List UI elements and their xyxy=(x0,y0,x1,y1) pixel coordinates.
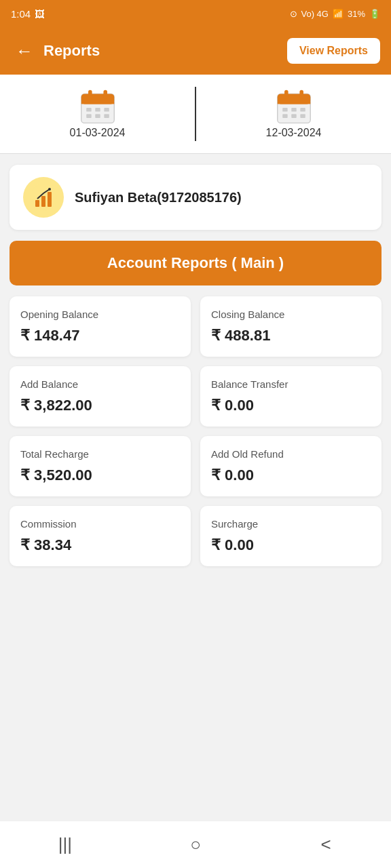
stat-label: Closing Balance xyxy=(211,309,371,320)
stat-card: Balance Transfer₹ 0.00 xyxy=(200,366,381,427)
stat-value: ₹ 148.47 xyxy=(20,327,180,344)
stat-value: ₹ 3,520.00 xyxy=(20,467,180,484)
svg-rect-3 xyxy=(88,90,92,99)
user-name: Sufiyan Beta(9172085176) xyxy=(75,190,242,205)
stat-card: Add Old Refund₹ 0.00 xyxy=(200,436,381,496)
svg-rect-2 xyxy=(81,102,114,104)
svg-rect-5 xyxy=(86,108,91,112)
stat-label: Commission xyxy=(20,518,180,530)
page-title: Reports xyxy=(43,42,287,60)
stat-label: Total Recharge xyxy=(20,448,180,460)
stat-card: Add Balance₹ 3,822.00 xyxy=(10,366,191,427)
nav-bar: ← Reports View Reports xyxy=(0,27,391,75)
svg-rect-6 xyxy=(95,108,100,112)
svg-rect-8 xyxy=(86,114,91,118)
stat-label: Balance Transfer xyxy=(211,378,371,390)
svg-rect-24 xyxy=(41,196,45,207)
date-section: 01-03-2024 12-03-2024 xyxy=(0,75,391,154)
nav-home-icon[interactable]: ○ xyxy=(179,828,212,862)
svg-rect-14 xyxy=(284,90,288,99)
stats-grid: Opening Balance₹ 148.47Closing Balance₹ … xyxy=(0,296,391,566)
status-bar: 1:04 🖼 ⊙ Vo) 4G 📶 31% 🔋 xyxy=(0,0,391,27)
status-battery: 31% xyxy=(348,9,365,19)
back-button[interactable]: ← xyxy=(11,37,38,64)
stat-card: Commission₹ 38.34 xyxy=(10,506,191,566)
stat-label: Add Balance xyxy=(20,378,180,390)
stat-card: Closing Balance₹ 488.81 xyxy=(200,296,381,357)
svg-point-26 xyxy=(48,188,51,191)
start-date-picker[interactable]: 01-03-2024 xyxy=(14,89,181,139)
svg-rect-18 xyxy=(300,108,305,112)
svg-rect-4 xyxy=(103,90,107,99)
status-photo-icon: 🖼 xyxy=(35,8,45,20)
bottom-nav: ||| ○ < xyxy=(0,821,391,868)
account-reports-header: Account Reports ( Main ) xyxy=(10,241,381,285)
status-battery-icon: 🔋 xyxy=(369,9,380,19)
stat-card: Total Recharge₹ 3,520.00 xyxy=(10,436,191,496)
stat-label: Surcharge xyxy=(211,518,371,530)
view-reports-button[interactable]: View Reports xyxy=(287,38,380,64)
svg-rect-21 xyxy=(300,114,305,118)
stat-value: ₹ 488.81 xyxy=(211,327,371,344)
svg-rect-25 xyxy=(48,192,52,207)
svg-rect-9 xyxy=(95,114,100,118)
stat-label: Opening Balance xyxy=(20,309,180,320)
svg-rect-19 xyxy=(282,114,287,118)
svg-rect-15 xyxy=(299,90,303,99)
svg-rect-13 xyxy=(277,102,310,104)
status-time: 1:04 xyxy=(11,8,31,20)
stat-value: ₹ 0.00 xyxy=(211,536,371,554)
end-date-label: 12-03-2024 xyxy=(266,127,322,139)
user-card: Sufiyan Beta(9172085176) xyxy=(10,165,381,230)
svg-rect-20 xyxy=(291,114,296,118)
svg-rect-7 xyxy=(104,108,109,112)
end-date-picker[interactable]: 12-03-2024 xyxy=(210,89,377,139)
svg-rect-16 xyxy=(282,108,287,112)
stat-card: Opening Balance₹ 148.47 xyxy=(10,296,191,357)
end-calendar-icon xyxy=(275,89,313,127)
svg-rect-23 xyxy=(35,200,39,207)
stat-label: Add Old Refund xyxy=(211,448,371,460)
status-signal-icon: 📶 xyxy=(333,9,343,19)
start-calendar-icon xyxy=(79,89,117,127)
stat-value: ₹ 38.34 xyxy=(20,536,180,554)
stat-value: ₹ 0.00 xyxy=(211,397,371,414)
start-date-label: 01-03-2024 xyxy=(70,127,126,139)
status-time-area: 1:04 🖼 xyxy=(11,8,45,20)
stat-value: ₹ 3,822.00 xyxy=(20,397,180,414)
status-network: Vo) 4G xyxy=(301,9,329,19)
nav-back-icon[interactable]: < xyxy=(309,828,343,862)
stat-value: ₹ 0.00 xyxy=(211,467,371,484)
svg-rect-17 xyxy=(291,108,296,112)
account-reports-title: Account Reports ( Main ) xyxy=(23,254,368,272)
date-divider xyxy=(195,87,196,141)
status-right-area: ⊙ Vo) 4G 📶 31% 🔋 xyxy=(290,9,381,19)
user-avatar-icon xyxy=(30,184,57,211)
avatar xyxy=(23,177,64,218)
status-hotspot-icon: ⊙ xyxy=(290,9,297,19)
svg-rect-10 xyxy=(104,114,109,118)
stat-card: Surcharge₹ 0.00 xyxy=(200,506,381,566)
nav-menu-icon[interactable]: ||| xyxy=(48,828,82,862)
